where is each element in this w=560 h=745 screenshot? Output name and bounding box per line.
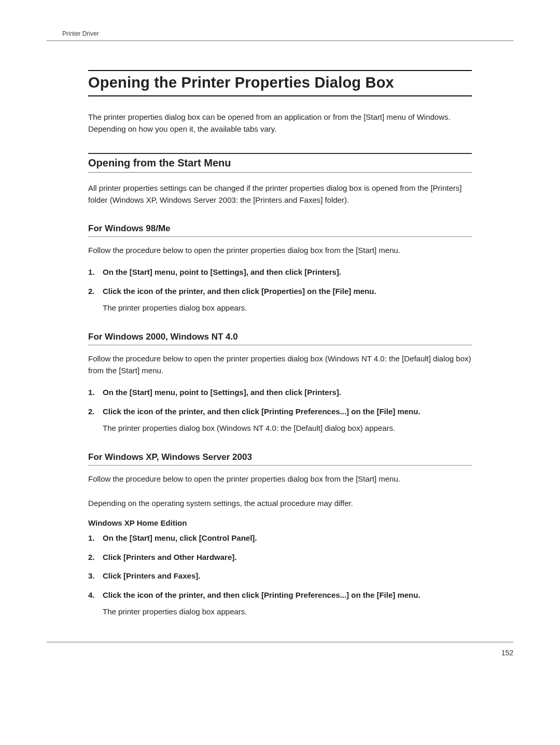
sub1-steps: 1. On the [Start] menu, point to [Settin… <box>88 266 472 314</box>
step-text: On the [Start] menu, point to [Settings]… <box>103 387 472 399</box>
step-text: Click [Printers and Other Hardware]. <box>103 552 472 564</box>
page: Printer Driver Opening the Printer Prope… <box>0 0 560 678</box>
section-body-start-menu: All printer properties settings can be c… <box>88 182 472 206</box>
step-number: 2. <box>88 286 95 298</box>
step-number: 1. <box>88 266 95 278</box>
list-item: 3. Click [Printers and Faxes]. <box>88 570 472 582</box>
step-number: 1. <box>88 387 95 399</box>
sub3-subhead: Windows XP Home Edition <box>88 518 472 527</box>
subheading-win2000: For Windows 2000, Windows NT 4.0 <box>88 332 472 345</box>
sub3-steps: 1. On the [Start] menu, click [Control P… <box>88 532 472 618</box>
intro-paragraph: The printer properties dialog box can be… <box>88 111 472 135</box>
step-note: The printer properties dialog box (Windo… <box>103 423 472 434</box>
step-note: The printer properties dialog box appear… <box>103 302 472 314</box>
list-item: 4. Click the icon of the printer, and th… <box>88 589 472 618</box>
step-number: 2. <box>88 406 95 418</box>
step-number: 2. <box>88 552 95 564</box>
page-number: 152 <box>501 649 513 657</box>
sub3-body1: Follow the procedure below to open the p… <box>88 473 472 485</box>
list-item: 2. Click the icon of the printer, and th… <box>88 286 472 314</box>
step-text: On the [Start] menu, point to [Settings]… <box>103 266 472 278</box>
subheading-winxp: For Windows XP, Windows Server 2003 <box>88 452 472 466</box>
step-note: The printer properties dialog box appear… <box>103 606 472 618</box>
page-title: Opening the Printer Properties Dialog Bo… <box>88 70 472 96</box>
list-item: 1. On the [Start] menu, point to [Settin… <box>88 266 472 278</box>
sub3-body2: Depending on the operating system settin… <box>88 497 472 509</box>
sub2-steps: 1. On the [Start] menu, point to [Settin… <box>88 387 472 434</box>
running-head: Printer Driver <box>62 30 513 37</box>
list-item: 1. On the [Start] menu, point to [Settin… <box>88 387 472 399</box>
sub2-body: Follow the procedure below to open the p… <box>88 353 472 377</box>
step-text: Click the icon of the printer, and then … <box>103 286 472 298</box>
list-item: 2. Click the icon of the printer, and th… <box>88 406 472 434</box>
subheading-win98: For Windows 98/Me <box>88 223 472 237</box>
step-number: 1. <box>88 532 95 544</box>
step-number: 4. <box>88 589 95 601</box>
step-number: 3. <box>88 570 95 582</box>
sub1-body: Follow the procedure below to open the p… <box>88 244 472 256</box>
list-item: 2. Click [Printers and Other Hardware]. <box>88 552 472 564</box>
footer: 152 <box>47 642 513 657</box>
section-heading-start-menu: Opening from the Start Menu <box>88 153 472 173</box>
step-text: Click the icon of the printer, and then … <box>103 589 472 601</box>
step-text: Click [Printers and Faxes]. <box>103 570 472 582</box>
spacer <box>88 492 472 497</box>
list-item: 1. On the [Start] menu, click [Control P… <box>88 532 472 544</box>
content: Opening the Printer Properties Dialog Bo… <box>47 70 513 618</box>
step-text: Click the icon of the printer, and then … <box>103 406 472 418</box>
top-rule <box>47 40 513 41</box>
step-text: On the [Start] menu, click [Control Pane… <box>103 532 472 544</box>
